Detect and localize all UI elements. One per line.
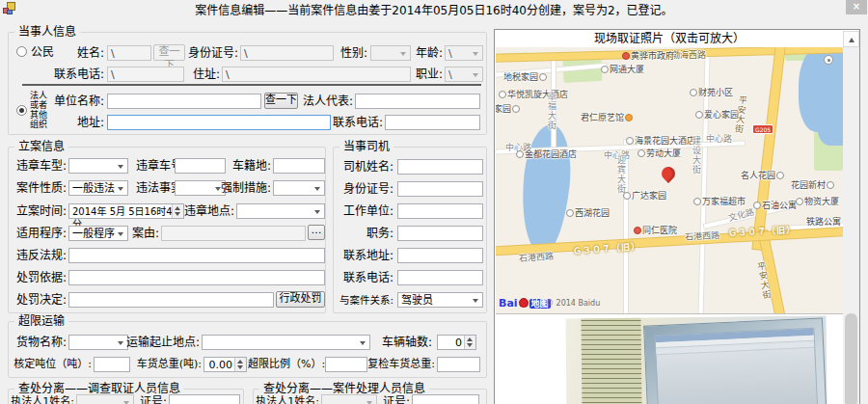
age-select[interactable]: \ — [445, 45, 483, 61]
driver-employer-input[interactable] — [397, 203, 483, 219]
location-pin-icon[interactable] — [659, 164, 678, 183]
filing-time-label: 立案时间: — [11, 203, 67, 219]
close-button[interactable]: × — [846, 0, 867, 14]
investigator-name-select[interactable] — [76, 394, 134, 404]
recheck-weight-input[interactable] — [437, 357, 480, 372]
citizen-radio[interactable] — [16, 46, 27, 57]
admin-penalty-button[interactable]: 行政处罚 — [276, 291, 325, 308]
filing-time-picker[interactable]: 2014年 5月 5日16时40分 — [68, 203, 184, 219]
map-label: 黄骅市政府 — [621, 49, 674, 62]
evidence-photo-thumbnail[interactable] — [566, 316, 827, 404]
org-phone-input[interactable] — [385, 115, 480, 130]
baidu-paw-icon — [519, 298, 529, 308]
gross-weight-spinner[interactable]: 0.00 — [203, 357, 247, 372]
map-label: 迎宾大街 — [615, 155, 628, 194]
party-info-group: 当事人信息 公民 姓名: \ 查一下 身份证号: \ 性别: 年龄: \ 联系电… — [8, 32, 487, 135]
chevron-down-icon — [118, 341, 123, 348]
photo-strip — [496, 315, 843, 404]
lookup-button-2[interactable]: 查一下 — [264, 93, 298, 109]
org-name-input[interactable] — [107, 94, 261, 109]
map-label: 石油公寓 — [752, 199, 797, 211]
map-canvas[interactable]: Bai地图 © 2014 Baidu 渤海西路黄骅市政府网通大厦地税家园华悦凯旋… — [496, 47, 843, 314]
filing-info-title: 立案信息 — [14, 140, 68, 153]
legal-rep-input[interactable] — [355, 94, 480, 109]
penalty-basis-input[interactable] — [68, 270, 325, 285]
org-name-label: 单位名称: — [49, 94, 104, 109]
case-nature-select[interactable]: 一般违法 — [68, 180, 128, 196]
map-label: 平安大街 — [733, 94, 750, 134]
phone-input[interactable]: \ — [107, 67, 184, 82]
cargo-name-select[interactable] — [68, 335, 128, 350]
photo-monitor-screen — [654, 328, 818, 404]
spinner-buttons[interactable] — [464, 336, 475, 349]
case-relation-select[interactable]: 驾驶员 — [397, 292, 483, 308]
map-label: 财苑小区 — [689, 86, 733, 98]
job-select[interactable]: \ — [445, 67, 483, 82]
address-input[interactable]: \ — [222, 67, 411, 82]
penalty-decision-input[interactable] — [68, 292, 274, 308]
evidence-photo-panel: 现场取证照片（双击可放大） — [494, 29, 860, 404]
scrollbar-thumb[interactable] — [845, 313, 857, 404]
poi-icon — [753, 202, 761, 209]
law-violated-input[interactable] — [68, 248, 325, 263]
spin-up-icon — [175, 206, 180, 210]
cause-input[interactable] — [161, 226, 306, 241]
age-label: 年龄: — [412, 45, 443, 61]
map-label: 网通大厦 — [600, 63, 644, 75]
handler-cert-label: 证号: — [379, 394, 410, 404]
scroll-up-button[interactable] — [843, 31, 859, 47]
route-select[interactable] — [202, 335, 370, 350]
map-label: 文化路 — [727, 205, 755, 224]
map-control-icon[interactable] — [824, 55, 833, 65]
poi-icon — [637, 149, 645, 157]
spin-down-icon — [237, 365, 243, 369]
handler-cert-input[interactable] — [412, 394, 479, 404]
map-label: 广达家园 — [622, 189, 666, 202]
approved-tonnage-input[interactable] — [94, 357, 130, 372]
vehicle-no-input[interactable] — [175, 158, 226, 174]
investigator-cert-input[interactable] — [169, 394, 240, 404]
penalty-decision-label: 处罚决定: — [11, 292, 67, 308]
job-label: 职业: — [412, 67, 443, 82]
procedure-select[interactable]: 一般程序 — [68, 226, 128, 241]
procedure-label: 适用程序: — [11, 226, 67, 241]
map-label: 花园新村 — [791, 178, 835, 191]
spinner-buttons[interactable] — [172, 204, 183, 218]
map-label: 西湖花园 — [565, 206, 610, 219]
legal-entity-radio[interactable] — [16, 105, 27, 116]
photo-document — [582, 318, 642, 404]
panel-scrollbar[interactable] — [843, 31, 859, 404]
map-label: 君仁原艺馆 — [581, 111, 634, 123]
handler-name-select[interactable] — [321, 394, 377, 404]
chevron-down-icon — [314, 210, 320, 217]
name-input[interactable]: \ — [107, 45, 151, 61]
driver-duty-input[interactable] — [397, 226, 483, 241]
org-address-input[interactable] — [107, 115, 331, 130]
driver-id-input[interactable] — [397, 181, 483, 197]
vehicle-origin-input[interactable] — [273, 158, 325, 174]
coercive-measure-select[interactable] — [273, 180, 325, 196]
map-copyright: © 2014 Baidu — [546, 299, 600, 308]
id-number-input[interactable]: \ — [240, 45, 334, 61]
filing-info-group: 立案信息 违章车型: 违章车号: 车籍地: 案件性质: 一般违法 违法事实: 强… — [8, 147, 326, 313]
driver-name-input[interactable] — [397, 159, 483, 175]
spinner-buttons[interactable] — [234, 358, 246, 371]
overload-ratio-input[interactable] — [325, 357, 367, 372]
chevron-down-icon — [118, 187, 123, 194]
poi-icon — [499, 91, 506, 98]
driver-phone-input[interactable] — [397, 270, 483, 285]
poi-icon — [622, 52, 630, 60]
handler-title: 查处分离——案件处理人员信息 — [259, 382, 429, 395]
map-label: 石港西路 — [685, 229, 720, 243]
poi-icon — [690, 89, 697, 96]
cause-more-button[interactable]: … — [308, 225, 325, 240]
gender-select[interactable] — [370, 45, 411, 61]
axle-count-spinner[interactable]: 0 — [437, 335, 476, 350]
party-info-title: 当事人信息 — [14, 25, 80, 39]
violation-place-select[interactable] — [236, 203, 325, 219]
poi-icon — [625, 114, 633, 121]
vehicle-type-select[interactable] — [68, 158, 128, 174]
driver-address-input[interactable] — [397, 248, 483, 263]
spin-up-icon — [467, 337, 473, 341]
photo-monitor — [643, 317, 827, 404]
